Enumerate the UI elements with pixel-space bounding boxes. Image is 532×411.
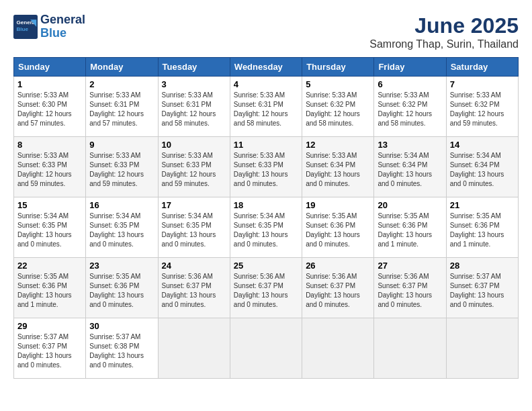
calendar-cell: 16Sunrise: 5:34 AM Sunset: 6:35 PM Dayli… [86,197,158,258]
weekday-header-wednesday: Wednesday [230,58,302,77]
day-info: Sunrise: 5:33 AM Sunset: 6:32 PM Dayligh… [306,91,370,128]
day-info: Sunrise: 5:33 AM Sunset: 6:33 PM Dayligh… [17,151,82,189]
calendar-cell: 7Sunrise: 5:33 AM Sunset: 6:32 PM Daylig… [446,77,518,137]
weekday-header-friday: Friday [374,58,446,77]
week-row-5: 29Sunrise: 5:37 AM Sunset: 6:37 PM Dayli… [14,318,519,379]
month-title: June 2025 [369,13,519,38]
day-number: 27 [378,261,442,271]
day-info: Sunrise: 5:37 AM Sunset: 6:37 PM Dayligh… [450,272,515,310]
day-number: 28 [450,261,515,271]
calendar-cell: 3Sunrise: 5:33 AM Sunset: 6:31 PM Daylig… [158,77,230,137]
day-number: 17 [162,200,226,210]
calendar-cell: 24Sunrise: 5:36 AM Sunset: 6:37 PM Dayli… [158,258,230,318]
day-info: Sunrise: 5:36 AM Sunset: 6:37 PM Dayligh… [162,272,226,310]
calendar-cell: 5Sunrise: 5:33 AM Sunset: 6:32 PM Daylig… [302,77,374,137]
day-info: Sunrise: 5:35 AM Sunset: 6:36 PM Dayligh… [378,212,442,249]
logo-text-general: General [40,13,85,27]
day-info: Sunrise: 5:33 AM Sunset: 6:30 PM Dayligh… [17,91,82,128]
day-info: Sunrise: 5:34 AM Sunset: 6:35 PM Dayligh… [162,212,226,249]
day-number: 9 [89,140,154,150]
day-number: 20 [378,200,442,210]
day-number: 18 [234,200,298,210]
weekday-header-tuesday: Tuesday [158,58,230,77]
day-info: Sunrise: 5:33 AM Sunset: 6:33 PM Dayligh… [89,151,154,189]
day-info: Sunrise: 5:33 AM Sunset: 6:31 PM Dayligh… [162,91,226,128]
day-number: 13 [378,140,442,150]
calendar-cell: 9Sunrise: 5:33 AM Sunset: 6:33 PM Daylig… [86,137,158,197]
day-number: 3 [162,79,226,89]
day-number: 7 [450,79,515,89]
day-info: Sunrise: 5:34 AM Sunset: 6:34 PM Dayligh… [378,151,442,189]
week-row-2: 8Sunrise: 5:33 AM Sunset: 6:33 PM Daylig… [14,137,519,197]
day-info: Sunrise: 5:33 AM Sunset: 6:32 PM Dayligh… [378,91,442,128]
day-number: 30 [89,321,154,331]
calendar-cell: 19Sunrise: 5:35 AM Sunset: 6:36 PM Dayli… [302,197,374,258]
week-row-1: 1Sunrise: 5:33 AM Sunset: 6:30 PM Daylig… [14,77,519,137]
weekday-header-monday: Monday [86,58,158,77]
day-number: 10 [162,140,226,150]
day-info: Sunrise: 5:33 AM Sunset: 6:31 PM Dayligh… [234,91,298,128]
week-row-3: 15Sunrise: 5:34 AM Sunset: 6:35 PM Dayli… [14,197,519,258]
day-number: 12 [306,140,370,150]
day-info: Sunrise: 5:37 AM Sunset: 6:38 PM Dayligh… [89,332,154,370]
day-number: 15 [17,200,82,210]
logo-text-blue: Blue [40,27,85,40]
svg-text:Blue: Blue [17,26,29,32]
calendar-cell [158,318,230,379]
calendar-cell [446,318,518,379]
day-info: Sunrise: 5:33 AM Sunset: 6:31 PM Dayligh… [89,91,154,128]
day-info: Sunrise: 5:33 AM Sunset: 6:33 PM Dayligh… [162,151,226,189]
day-number: 21 [450,200,515,210]
logo: General Blue General Blue [13,13,85,40]
calendar-cell: 4Sunrise: 5:33 AM Sunset: 6:31 PM Daylig… [230,77,302,137]
calendar-cell: 10Sunrise: 5:33 AM Sunset: 6:33 PM Dayli… [158,137,230,197]
day-info: Sunrise: 5:33 AM Sunset: 6:32 PM Dayligh… [450,91,515,128]
weekday-header-sunday: Sunday [14,58,86,77]
calendar-cell: 13Sunrise: 5:34 AM Sunset: 6:34 PM Dayli… [374,137,446,197]
title-block: June 2025 Samrong Thap, Surin, Thailand [369,13,519,50]
day-number: 19 [306,200,370,210]
day-number: 22 [17,261,82,271]
calendar-cell: 26Sunrise: 5:36 AM Sunset: 6:37 PM Dayli… [302,258,374,318]
day-number: 2 [89,79,154,89]
calendar-cell: 27Sunrise: 5:36 AM Sunset: 6:37 PM Dayli… [374,258,446,318]
calendar-cell: 25Sunrise: 5:36 AM Sunset: 6:37 PM Dayli… [230,258,302,318]
day-number: 23 [89,261,154,271]
calendar-cell: 1Sunrise: 5:33 AM Sunset: 6:30 PM Daylig… [14,77,86,137]
day-number: 11 [234,140,298,150]
day-number: 4 [234,79,298,89]
calendar-cell: 20Sunrise: 5:35 AM Sunset: 6:36 PM Dayli… [374,197,446,258]
day-info: Sunrise: 5:35 AM Sunset: 6:36 PM Dayligh… [89,272,154,310]
calendar-cell [374,318,446,379]
calendar-cell: 21Sunrise: 5:35 AM Sunset: 6:36 PM Dayli… [446,197,518,258]
week-row-4: 22Sunrise: 5:35 AM Sunset: 6:36 PM Dayli… [14,258,519,318]
location-title: Samrong Thap, Surin, Thailand [369,38,519,50]
day-number: 1 [17,79,82,89]
weekday-header-row: SundayMondayTuesdayWednesdayThursdayFrid… [14,58,519,77]
calendar-cell: 22Sunrise: 5:35 AM Sunset: 6:36 PM Dayli… [14,258,86,318]
calendar-cell: 14Sunrise: 5:34 AM Sunset: 6:34 PM Dayli… [446,137,518,197]
day-number: 5 [306,79,370,89]
calendar-cell: 12Sunrise: 5:33 AM Sunset: 6:34 PM Dayli… [302,137,374,197]
weekday-header-saturday: Saturday [446,58,518,77]
day-info: Sunrise: 5:34 AM Sunset: 6:35 PM Dayligh… [234,212,298,249]
day-info: Sunrise: 5:35 AM Sunset: 6:36 PM Dayligh… [450,212,515,249]
day-number: 26 [306,261,370,271]
calendar-cell: 2Sunrise: 5:33 AM Sunset: 6:31 PM Daylig… [86,77,158,137]
day-info: Sunrise: 5:36 AM Sunset: 6:37 PM Dayligh… [306,272,370,310]
day-info: Sunrise: 5:33 AM Sunset: 6:33 PM Dayligh… [234,151,298,189]
day-number: 8 [17,140,82,150]
day-number: 24 [162,261,226,271]
calendar-cell: 17Sunrise: 5:34 AM Sunset: 6:35 PM Dayli… [158,197,230,258]
calendar-cell: 15Sunrise: 5:34 AM Sunset: 6:35 PM Dayli… [14,197,86,258]
day-info: Sunrise: 5:36 AM Sunset: 6:37 PM Dayligh… [378,272,442,310]
calendar-table: SundayMondayTuesdayWednesdayThursdayFrid… [13,57,519,379]
day-number: 6 [378,79,442,89]
calendar-cell: 28Sunrise: 5:37 AM Sunset: 6:37 PM Dayli… [446,258,518,318]
day-info: Sunrise: 5:36 AM Sunset: 6:37 PM Dayligh… [234,272,298,310]
day-info: Sunrise: 5:33 AM Sunset: 6:34 PM Dayligh… [306,151,370,189]
day-number: 29 [17,321,82,331]
page-header: General Blue General Blue June 2025 Samr… [13,13,519,50]
calendar-cell: 23Sunrise: 5:35 AM Sunset: 6:36 PM Dayli… [86,258,158,318]
calendar-cell [230,318,302,379]
